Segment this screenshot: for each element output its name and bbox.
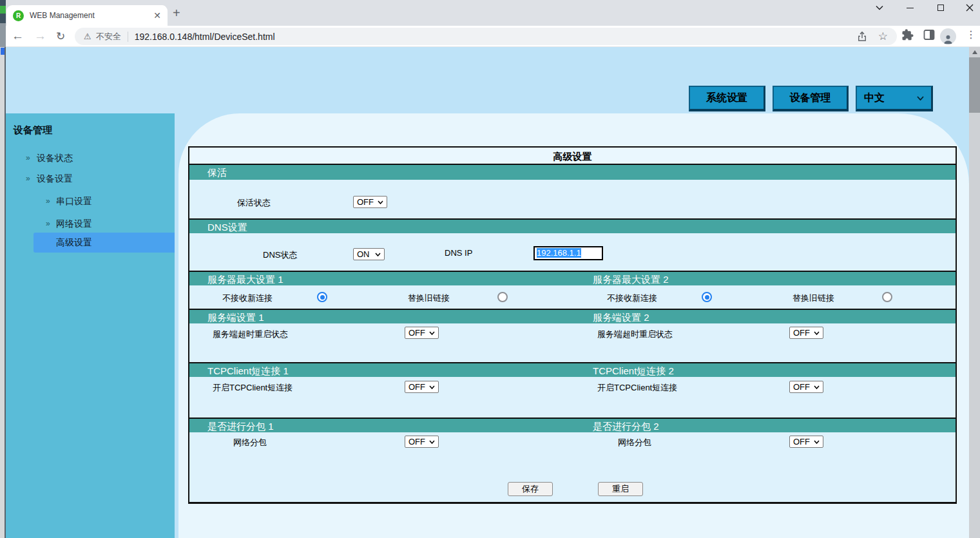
sidebar-item-serial-settings[interactable]: 串口设置: [56, 195, 92, 207]
tcpclient-row: 开启TCPClient短连接 OFF 开启TCPClient短连接 OFF: [189, 377, 956, 418]
language-select[interactable]: 中文: [856, 86, 933, 111]
chevron-down-icon: [917, 96, 924, 101]
dns-ip-value: 192.168.1.1: [537, 248, 581, 258]
sidebar-item-label: 高级设置: [56, 233, 92, 253]
extensions-puzzle-icon[interactable]: [901, 28, 914, 41]
network-packet-select-1[interactable]: OFF: [405, 436, 439, 448]
replace-old-link-label-1: 替换旧链接: [408, 293, 450, 304]
replace-old-link-radio-1[interactable]: [497, 292, 508, 302]
tab-search-chevron-icon[interactable]: [874, 3, 885, 13]
section-header-server-set: 服务端设置 1 服务端设置 2: [189, 309, 956, 323]
keepalive-status-select[interactable]: OFF: [353, 196, 387, 208]
no-new-connection-label-1: 不接收新连接: [222, 293, 273, 304]
sidebar-item-device-settings[interactable]: 设备设置: [37, 172, 73, 185]
actions-row: 保存 重启: [189, 471, 956, 502]
omnibox-divider: [128, 32, 128, 42]
server-timeout-label-2: 服务端超时重启状态: [597, 329, 673, 340]
network-packet-label-1: 网络分包: [233, 437, 267, 448]
dns-ip-input[interactable]: 192.168.1.1: [533, 246, 603, 260]
chevron-down-icon: [375, 253, 381, 256]
server-timeout-select-1[interactable]: OFF: [405, 327, 439, 339]
browser-toolbar: ← → ↻ ⚠ 不安全 192.168.0.148/html/DeviceSet…: [0, 26, 980, 47]
language-select-value: 中文: [864, 91, 885, 105]
page-title: 高级设置: [189, 148, 956, 165]
refresh-icon[interactable]: ↻: [56, 29, 65, 44]
security-label: 不安全: [96, 31, 121, 43]
menu-bullet-icon: »: [26, 151, 30, 164]
scrollbar-up-arrow[interactable]: [969, 47, 980, 57]
dns-status-label: DNS状态: [263, 249, 297, 261]
forward-icon: →: [34, 28, 46, 44]
content-panel: 高级设置 保活 保活状态 OFF DNS设置 DNS状态 ON DNS IP 1…: [178, 113, 969, 538]
window-maximize-button[interactable]: [936, 3, 946, 13]
not-secure-warning-icon[interactable]: ⚠: [84, 32, 91, 41]
menu-bullet-icon: »: [46, 195, 50, 207]
menu-bullet-icon: »: [46, 217, 50, 230]
page-scrollbar: [969, 47, 980, 538]
browser-menu-kebab-icon[interactable]: ⋮: [966, 28, 976, 41]
address-bar[interactable]: ⚠ 不安全 192.168.0.148/html/DeviceSet.html …: [75, 28, 897, 45]
tcpclient-enable-select-2[interactable]: OFF: [789, 381, 823, 393]
bookmark-star-icon[interactable]: ☆: [878, 31, 888, 42]
browser-tab[interactable]: R WEB Management ✕: [6, 5, 168, 26]
back-icon[interactable]: ←: [12, 28, 24, 44]
no-new-connection-label-2: 不接收新连接: [607, 293, 657, 304]
share-icon[interactable]: [856, 31, 868, 43]
profile-avatar[interactable]: [940, 28, 956, 44]
new-tab-button[interactable]: +: [173, 6, 180, 19]
chevron-down-icon: [429, 331, 435, 335]
server-timeout-label-1: 服务端超时重启状态: [213, 329, 288, 340]
site-favicon-icon: R: [13, 10, 24, 21]
restart-button[interactable]: 重启: [598, 482, 643, 496]
section-header-server-max: 服务器最大设置 1 服务器最大设置 2: [189, 271, 956, 285]
sidebar-title: 设备管理: [14, 124, 52, 137]
section-header-dns: DNS设置: [189, 218, 956, 233]
chevron-down-icon: [429, 440, 435, 444]
browser-titlebar: R WEB Management ✕ +: [0, 0, 980, 26]
replace-old-link-label-2: 替换旧链接: [793, 293, 834, 304]
chevron-down-icon: [814, 385, 820, 389]
tcpclient-enable-label-1: 开启TCPClient短连接: [213, 382, 293, 394]
chevron-down-icon: [429, 385, 435, 389]
section-header-tcpclient: TCPClient短连接 1 TCPClient短连接 2: [189, 362, 956, 377]
section-header-packet-split: 是否进行分包 1 是否进行分包 2: [189, 418, 956, 432]
tcpclient-enable-label-2: 开启TCPClient短连接: [597, 382, 677, 394]
settings-table: 高级设置 保活 保活状态 OFF DNS设置 DNS状态 ON DNS IP 1…: [188, 146, 957, 504]
page-background: 系统设置 设备管理 中文 设备管理 » 设备状态 » 设备设置 » 串口设置 »…: [0, 47, 980, 538]
side-panel-icon[interactable]: [923, 28, 936, 41]
sidebar: 设备管理 » 设备状态 » 设备设置 » 串口设置 » 网络设置 高级设置: [6, 113, 175, 538]
system-settings-button[interactable]: 系统设置: [689, 86, 765, 111]
scrollbar-thumb[interactable]: [969, 57, 980, 113]
sidebar-item-network-settings[interactable]: 网络设置: [56, 217, 92, 230]
window-minimize-button[interactable]: [905, 3, 915, 13]
tab-close-icon[interactable]: ✕: [153, 11, 161, 20]
section-header-keepalive: 保活: [189, 165, 956, 180]
device-management-button[interactable]: 设备管理: [773, 86, 849, 111]
save-button[interactable]: 保存: [508, 482, 553, 496]
chevron-down-icon: [814, 440, 820, 444]
network-packet-label-2: 网络分包: [618, 437, 651, 448]
background-window-edge: [0, 0, 6, 538]
keepalive-row: 保活状态 OFF: [189, 180, 956, 218]
server-timeout-select-2[interactable]: OFF: [789, 327, 823, 339]
keepalive-status-label: 保活状态: [237, 197, 271, 209]
url-text[interactable]: 192.168.0.148/html/DeviceSet.html: [135, 32, 846, 42]
sidebar-item-advanced-settings[interactable]: 高级设置: [34, 233, 175, 253]
menu-bullet-icon: »: [26, 172, 30, 185]
chevron-down-icon: [378, 200, 383, 204]
window-close-button[interactable]: [965, 3, 975, 13]
dns-row: DNS状态 ON DNS IP 192.168.1.1: [189, 233, 956, 271]
server-max-row: 不接收新连接 替换旧链接 不接收新连接 替换旧链接: [189, 285, 956, 309]
server-timeout-row: 服务端超时重启状态 OFF 服务端超时重启状态 OFF: [189, 323, 956, 362]
dns-status-select[interactable]: ON: [353, 248, 385, 260]
sidebar-item-device-status[interactable]: 设备状态: [37, 151, 73, 164]
tab-title: WEB Management: [30, 11, 149, 20]
no-new-connection-radio-1[interactable]: [317, 292, 327, 302]
network-packet-select-2[interactable]: OFF: [789, 436, 823, 448]
no-new-connection-radio-2[interactable]: [702, 292, 712, 302]
packet-split-row: 网络分包 OFF 网络分包 OFF: [189, 432, 956, 471]
replace-old-link-radio-2[interactable]: [882, 292, 892, 302]
tcpclient-enable-select-1[interactable]: OFF: [405, 381, 439, 393]
dns-ip-label: DNS IP: [445, 248, 472, 258]
chevron-down-icon: [814, 331, 820, 335]
